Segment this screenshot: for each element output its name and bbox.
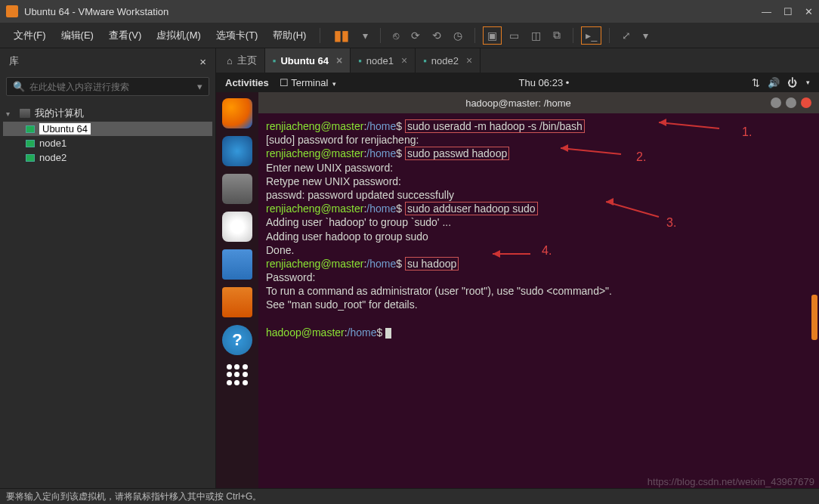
network-icon[interactable]: ⇅ [752,77,760,88]
term-close-button[interactable] [801,97,811,108]
maximize-button[interactable]: ☐ [783,6,793,17]
tab-home[interactable]: ⌂ 主页 [219,48,265,73]
toolbar-icon-2[interactable]: ⟳ [406,26,425,45]
firefox-icon[interactable] [222,98,252,128]
terminal-body[interactable]: renjiacheng@master:/home$ sudo useradd -… [258,113,819,488]
pause-button[interactable]: ▮▮ [328,27,355,44]
toolbar-icon-4[interactable]: ◷ [449,26,467,45]
annotation-4: 4. [542,243,552,259]
vm-display[interactable]: Activities ☐ Terminal ▾ Thu 06:23 • ⇅ 🔊 … [216,73,819,488]
multimon-icon[interactable]: ◫ [527,26,545,45]
tree-vm-node2[interactable]: node2 [3,150,212,165]
show-apps-icon[interactable] [225,363,249,387]
menu-edit[interactable]: 编辑(E) [55,26,100,45]
stretch-icon[interactable]: ⧉ [549,26,565,45]
tree-root[interactable]: ▾ 我的计算机 [3,105,212,122]
tab-ubuntu64[interactable]: ▪ Ubuntu 64 × [265,48,351,73]
fullscreen-icon[interactable]: ▭ [505,26,524,45]
unity-icon[interactable]: ▣ [483,26,502,45]
vm-icon [26,154,35,162]
library-sidebar: 库 × 🔍 ▾ ▾ 我的计算机 Ubuntu 64 node1 [0,48,216,488]
scrollbar-thumb[interactable] [811,295,817,340]
vm-icon [26,125,35,133]
annotation-1: 1. [742,125,752,141]
help-icon[interactable]: ? [222,325,252,355]
activities-button[interactable]: Activities [225,77,269,88]
app-icon [6,5,18,17]
menubar: 文件(F) 编辑(E) 查看(V) 虚拟机(M) 选项卡(T) 帮助(H) ▮▮… [0,23,819,48]
vm-icon: ▪ [423,55,427,66]
vm-icon: ▪ [273,55,277,66]
power-icon[interactable]: ⏻ [787,77,797,88]
term-minimize-button[interactable] [771,97,781,108]
terminal-titlebar[interactable]: hadoop@master: /home [258,92,819,113]
watermark: https://blog.csdn.net/weixin_43967679 [647,476,814,487]
menu-tabs[interactable]: 选项卡(T) [210,26,264,45]
terminal-window: hadoop@master: /home renjiacheng@master:… [258,92,819,488]
vm-icon: ▪ [358,55,362,66]
gnome-topbar: Activities ☐ Terminal ▾ Thu 06:23 • ⇅ 🔊 … [216,73,819,92]
system-menu-icon[interactable]: ▾ [806,79,810,86]
search-dropdown-icon[interactable]: ▾ [197,81,202,92]
term-maximize-button[interactable] [786,97,796,108]
computer-icon [20,109,30,118]
menu-view[interactable]: 查看(V) [103,26,147,45]
dropdown-icon[interactable]: ▾ [358,26,372,45]
volume-icon[interactable]: 🔊 [768,77,780,88]
rhythmbox-icon[interactable] [222,212,252,242]
tab-close-button[interactable]: × [336,54,342,66]
tab-node1[interactable]: ▪ node1 × [351,48,416,73]
close-button[interactable]: ✕ [805,6,813,17]
tab-bar: ⌂ 主页 ▪ Ubuntu 64 × ▪ node1 × ▪ node2 × [216,48,819,73]
writer-icon[interactable] [222,249,252,280]
software-icon[interactable] [222,287,252,317]
vm-tree: ▾ 我的计算机 Ubuntu 64 node1 node2 [0,99,215,171]
menu-help[interactable]: 帮助(H) [267,26,312,45]
menu-file[interactable]: 文件(F) [8,26,52,45]
window-titlebar: Ubuntu 64 - VMware Workstation — ☐ ✕ [0,0,819,23]
minimize-button[interactable]: — [762,6,771,17]
thunderbird-icon[interactable] [222,136,252,166]
terminal-title: hadoop@master: /home [266,97,771,109]
dropdown-icon-2[interactable]: ▾ [638,26,653,45]
annotation-2: 2. [636,150,646,165]
search-box[interactable]: 🔍 ▾ [6,77,209,96]
toolbar-icon-1[interactable]: ⎋ [388,26,403,45]
current-app[interactable]: ☐ Terminal ▾ [280,77,336,88]
search-input[interactable] [29,82,197,92]
ubuntu-dock: ? [216,92,258,488]
tree-vm-node1[interactable]: node1 [3,136,212,150]
console-icon[interactable]: ▸_ [581,26,601,45]
tree-vm-ubuntu64[interactable]: Ubuntu 64 [3,122,212,136]
collapse-icon[interactable]: ▾ [6,110,15,118]
tab-close-button[interactable]: × [466,54,472,66]
statusbar: 要将输入定向到该虚拟机，请将鼠标指针移入其中或按 Ctrl+G。 [0,488,819,504]
sidebar-title: 库 [9,54,19,68]
search-icon: 🔍 [13,81,25,92]
files-icon[interactable] [222,174,252,204]
window-title: Ubuntu 64 - VMware Workstation [24,6,762,17]
menu-vm[interactable]: 虚拟机(M) [150,26,207,45]
home-icon: ⌂ [227,55,233,66]
vm-icon [26,140,35,147]
clock[interactable]: Thu 06:23 [519,77,564,88]
annotation-3: 3. [666,215,676,231]
tab-node2[interactable]: ▪ node2 × [416,48,481,73]
content-area: ⌂ 主页 ▪ Ubuntu 64 × ▪ node1 × ▪ node2 × [216,48,819,488]
tab-close-button[interactable]: × [401,54,407,66]
toolbar-icon-3[interactable]: ⟲ [428,26,446,45]
status-text: 要将输入定向到该虚拟机，请将鼠标指针移入其中或按 Ctrl+G。 [6,490,261,503]
sidebar-close-button[interactable]: × [199,55,206,68]
expand-icon[interactable]: ⤢ [617,26,635,45]
